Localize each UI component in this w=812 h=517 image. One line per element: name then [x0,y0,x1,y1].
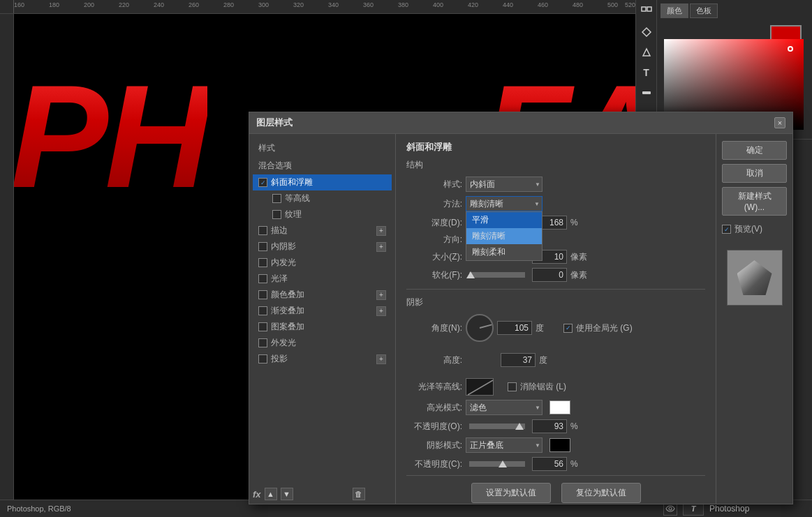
new-style-button[interactable]: 新建样式(W)... [722,187,787,216]
dropdown-item-carve-soft[interactable]: 雕刻柔和 [466,244,542,260]
angle-control[interactable] [466,314,494,342]
preview-checkbox[interactable] [722,225,731,234]
form-row-highlight-mode: 高光模式: 滤色 正常 [406,400,705,415]
texture-checkbox[interactable] [272,210,281,219]
style-item-bevel[interactable]: 斜面和浮雕 [253,174,392,190]
style-item-blend[interactable]: 混合选项 [253,157,392,174]
form-row-highlight-opacity: 不透明度(O): % [406,419,705,433]
soften-input[interactable] [532,268,567,282]
style-item-stroke[interactable]: 描边 + [253,223,392,239]
style-item-drop-shadow[interactable]: 投影 + [253,351,392,367]
tab-swatches[interactable]: 色板 [690,3,718,18]
shadow-opacity-label: 不透明度(C): [406,458,462,470]
satin-checkbox[interactable] [258,274,267,283]
style-item-color-overlay[interactable]: 颜色叠加 + [253,287,392,303]
outer-glow-checkbox[interactable] [258,338,267,347]
shadow-opacity-slider[interactable] [469,461,525,467]
tool-icon-1[interactable] [638,3,655,20]
shadow-mode-label: 阴影模式: [406,440,462,451]
gradient-overlay-checkbox[interactable] [258,306,267,315]
pattern-overlay-checkbox[interactable] [258,322,267,331]
inner-shadow-plus-btn[interactable]: + [376,242,386,252]
style-item-contour[interactable]: 等高线 [267,190,392,207]
satin-label: 光泽 [271,273,288,285]
cancel-button[interactable]: 取消 [722,164,787,183]
svg-rect-2 [642,91,651,94]
tool-icon-3[interactable] [638,44,655,61]
shadow-opacity-input[interactable] [532,457,567,471]
bevel-checkbox[interactable] [258,178,267,187]
shadow-color-swatch[interactable] [549,438,570,452]
antialias-label: 消除锯齿 (L) [520,381,566,393]
color-overlay-checkbox[interactable] [258,290,267,299]
style-item-pattern-overlay[interactable]: 图案叠加 [253,319,392,335]
ok-button[interactable]: 确定 [722,141,787,160]
global-light-label: 使用全局光 (G) [576,322,633,334]
color-overlay-plus-btn[interactable]: + [376,290,386,300]
stroke-plus-btn[interactable]: + [376,226,386,236]
form-row-depth: 深度(D): % [406,216,705,230]
stroke-label: 描边 [271,225,288,237]
method-select-display[interactable]: 雕刻清晰 ▼ [466,196,542,211]
style-select[interactable]: 内斜面 外斜面 浮雕效果 枕状浮雕 描边浮雕 [466,177,542,192]
altitude-input[interactable] [501,353,536,367]
highlight-mode-select-wrapper: 滤色 正常 [466,400,542,415]
dropdown-item-smooth[interactable]: 平滑 [466,212,542,228]
delete-style-btn[interactable]: 🗑 [353,488,365,500]
down-style-btn[interactable]: ▼ [281,488,293,500]
style-item-satin[interactable]: 光泽 [253,271,392,287]
tab-color[interactable]: 颜色 [660,3,688,18]
contour-label: 等高线 [285,193,310,204]
style-item-outer-glow[interactable]: 外发光 [253,335,392,351]
drop-shadow-label: 投影 [271,353,288,365]
shadow-mode-select[interactable]: 正片叠底 正常 [466,437,542,453]
dropdown-item-carve-sharp[interactable]: 雕刻清晰 [466,228,542,244]
style-item-style[interactable]: 样式 [253,140,392,157]
form-row-method: 方法: 雕刻清晰 ▼ 平滑 雕刻清晰 雕刻柔和 [406,196,705,211]
form-row-style: 样式: 内斜面 外斜面 浮雕效果 枕状浮雕 描边浮雕 [406,177,705,192]
color-overlay-label: 颜色叠加 [271,289,304,301]
highlight-mode-label: 高光模式: [406,402,462,414]
set-default-button[interactable]: 设置为默认值 [471,483,551,503]
style-item-texture[interactable]: 纹理 [267,207,392,223]
form-row-soften: 软化(F): 像素 [406,268,705,282]
tool-icon-2[interactable] [638,24,655,40]
gradient-overlay-label: 渐变叠加 [271,305,304,317]
soften-slider[interactable] [469,272,525,278]
tool-icon-text[interactable]: T [638,64,655,81]
stroke-checkbox[interactable] [258,226,267,235]
soften-field-label: 软化(F): [406,269,462,281]
global-light-checkbox[interactable] [563,324,573,333]
drop-shadow-checkbox[interactable] [258,354,267,364]
angle-input[interactable] [497,321,532,335]
highlight-opacity-input[interactable] [532,419,567,433]
inner-shadow-label: 内阴影 [271,241,296,253]
style-item-inner-glow[interactable]: 内发光 [253,255,392,271]
main-content-panel: 斜面和浮雕 结构 样式: 内斜面 外斜面 浮雕效果 枕状浮雕 描边浮雕 方法: [396,134,716,504]
highlight-opacity-slider[interactable] [469,424,525,429]
inner-glow-checkbox[interactable] [258,258,267,267]
reset-default-button[interactable]: 复位为默认值 [561,483,641,503]
contour-checkbox[interactable] [272,194,281,203]
angle-unit: 度 [536,322,553,334]
soften-slider-thumb [466,271,475,278]
inner-shadow-checkbox[interactable] [258,242,267,251]
style-item-gradient-overlay[interactable]: 渐变叠加 + [253,303,392,319]
style-item-inner-shadow[interactable]: 内阴影 + [253,239,392,255]
direction-field-label: 方向: [406,234,462,246]
highlight-color-swatch[interactable] [549,400,570,414]
highlight-mode-select[interactable]: 滤色 正常 [466,400,542,415]
canvas-text-ph: PH [10,52,207,221]
antialias-checkbox[interactable] [508,382,517,391]
drop-shadow-plus-btn[interactable]: + [376,354,386,364]
angle-line [480,324,492,329]
preview-row: 预览(V) [722,223,787,235]
close-button[interactable]: × [774,117,785,128]
tool-icon-5[interactable] [638,84,655,101]
layer-style-dialog: 图层样式 × 样式 混合选项 斜面和浮雕 等高线 纹理 描边 [249,112,793,504]
add-style-btn[interactable]: ▲ [265,488,277,500]
gradient-overlay-plus-btn[interactable]: + [376,306,386,316]
contour-preview[interactable] [466,378,494,396]
gloss-contour-label: 光泽等高线: [406,381,462,393]
form-row-angle: 角度(N): 度 使用全局光 (G) [406,314,705,342]
